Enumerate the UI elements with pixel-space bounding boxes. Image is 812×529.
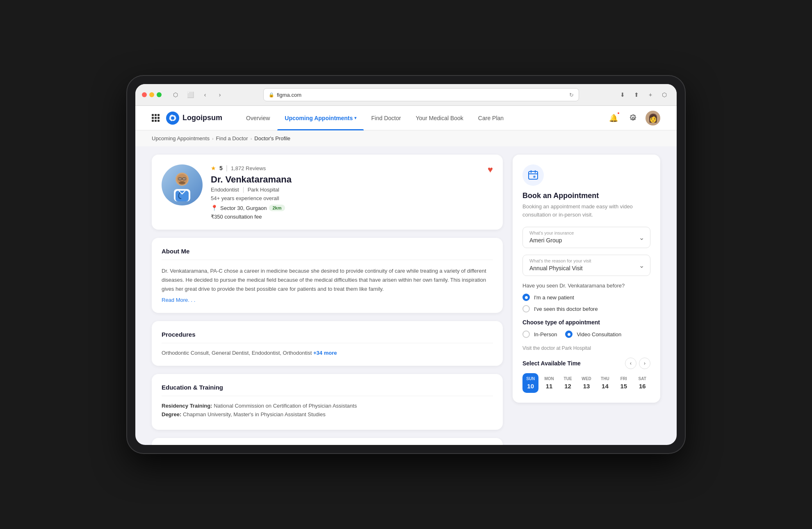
new-patient-option[interactable]: I'm a new patient [522, 294, 650, 301]
rating-number: 5 [219, 165, 223, 171]
existing-patient-radio[interactable] [522, 305, 530, 312]
insurance-label: What's your insurance [523, 227, 650, 235]
back-button[interactable]: ⬡ [170, 89, 181, 100]
doctor-hospital: Park Hospital [248, 187, 279, 193]
more-badge[interactable]: +34 more [313, 350, 337, 356]
breadcrumb-find-doctor[interactable]: Find a Doctor [216, 135, 248, 141]
nav-right: 🔔 👩 [606, 111, 660, 125]
day-wed[interactable]: WED 13 [578, 373, 594, 393]
day-tue[interactable]: TUE 12 [560, 373, 576, 393]
insurance-select[interactable]: What's your insurance Ameri Group ⌄ [522, 227, 650, 248]
download-button[interactable]: ⬇ [617, 89, 628, 100]
prev-week-button[interactable]: ‹ [625, 358, 636, 369]
doctor-meta: Endodontist Park Hospital [211, 187, 479, 193]
close-button[interactable] [142, 92, 147, 97]
new-tab-button[interactable]: + [645, 89, 656, 100]
minimize-button[interactable] [149, 92, 154, 97]
visit-reason-label: What's the reason for your visit [523, 255, 650, 263]
calendar-icon [528, 170, 538, 180]
browser-right-actions: ⬇ ⬆ + ⬡ [617, 89, 670, 100]
video-radio[interactable] [565, 331, 573, 338]
logo-text: Logoipsum [182, 114, 222, 122]
doctor-image [166, 169, 198, 201]
day-sat[interactable]: SAT 16 [634, 373, 650, 393]
appointment-type-section: Choose type of appointment In-Person Vid… [522, 319, 650, 351]
share-button[interactable]: ⬆ [631, 89, 642, 100]
right-column: Book an Appointment Booking an appointme… [513, 155, 660, 437]
existing-patient-option[interactable]: I've seen this doctor before [522, 305, 650, 312]
in-person-radio[interactable] [522, 331, 530, 338]
video-label: Video Consultation [577, 331, 621, 337]
about-title: About Me [162, 248, 493, 260]
next-week-button[interactable]: › [639, 358, 650, 369]
bell-icon: 🔔 [609, 114, 618, 123]
rating-reviews: 1,872 Reviews [231, 165, 266, 171]
location-text: Sector 30, Gurgaon [220, 205, 267, 211]
grid-icon[interactable] [152, 114, 160, 122]
nav-item-find-doctor[interactable]: Find Doctor [364, 106, 408, 130]
maximize-button[interactable] [157, 92, 162, 97]
rating-row: ★ 5 | 1,872 Reviews [211, 164, 479, 172]
day-sun[interactable]: SUN 10 [522, 373, 538, 393]
favorite-button[interactable]: ♥ [488, 164, 493, 175]
doctor-specialty: Endodontist [211, 187, 239, 193]
day-fri[interactable]: FRI 15 [616, 373, 632, 393]
about-card: About Me Dr. Venkataramana, PA-C chose a… [152, 238, 503, 313]
doctor-experience: 54+ years experience overall [211, 195, 479, 201]
breadcrumb: Upcoming Appointments › Find a Doctor › … [135, 130, 677, 146]
booking-icon-wrap [522, 164, 544, 186]
back-nav-button[interactable]: ‹ [199, 89, 211, 100]
logo[interactable]: Logoipsum [166, 112, 222, 125]
video-option[interactable]: Video Consultation [565, 331, 621, 338]
read-more-button[interactable]: Read More. . . [162, 297, 493, 303]
nav-item-medical-book[interactable]: Your Medical Book [408, 106, 471, 130]
traffic-lights [142, 92, 162, 97]
service-location-card: Service Location [152, 438, 503, 445]
day-mon[interactable]: MON 11 [541, 373, 557, 393]
new-patient-radio[interactable] [522, 294, 530, 301]
main-nav: Overview Upcoming Appointments ▾ Find Do… [239, 106, 606, 130]
education-item-1: Residency Training: National Commission … [162, 403, 493, 409]
breadcrumb-profile: Doctor's Profile [254, 135, 290, 141]
notification-button[interactable]: 🔔 [606, 111, 621, 125]
days-row: SUN 10 MON 11 TUE 12 WED [522, 373, 650, 393]
visit-reason-chevron-icon: ⌄ [639, 262, 644, 269]
education-title: Education & Training [162, 384, 493, 396]
logo-icon [166, 112, 179, 125]
forward-nav-button[interactable]: › [214, 89, 226, 100]
nav-item-overview[interactable]: Overview [239, 106, 277, 130]
procedures-card: Procedures Orthodontic Consult, General … [152, 321, 503, 366]
nav-item-upcoming[interactable]: Upcoming Appointments ▾ [277, 106, 364, 130]
address-bar[interactable]: 🔒 figma.com ↻ [263, 88, 579, 101]
breadcrumb-upcoming[interactable]: Upcoming Appointments [152, 135, 210, 141]
doctor-avatar [162, 164, 203, 205]
day-thu[interactable]: THU 14 [597, 373, 613, 393]
education-card: Education & Training Residency Training:… [152, 374, 503, 430]
visit-reason-value: Annual Physical Visit [523, 263, 650, 276]
new-patient-label: I'm a new patient [534, 294, 574, 301]
tabs-button[interactable]: ⬡ [659, 89, 670, 100]
settings-button[interactable] [626, 111, 641, 125]
doctor-location: 📍 Sector 30, Gurgaon 2km [211, 205, 479, 211]
procedures-list: Orthodontic Consult, General Dentist, En… [162, 350, 493, 356]
app-nav: Logoipsum Overview Upcoming Appointments… [135, 106, 677, 130]
left-column: ★ 5 | 1,872 Reviews Dr. Venkataramana En… [152, 155, 503, 437]
avatar[interactable]: 👩 [645, 111, 660, 125]
time-nav-arrows: ‹ › [625, 358, 650, 369]
visit-reason-select[interactable]: What's the reason for your visit Annual … [522, 255, 650, 276]
in-person-option[interactable]: In-Person [522, 331, 557, 338]
browser-nav-actions: ⬡ ⬜ ‹ › [170, 89, 226, 100]
breadcrumb-sep-1: › [212, 136, 214, 141]
nav-item-care-plan[interactable]: Care Plan [471, 106, 511, 130]
svg-rect-9 [178, 178, 182, 180]
appointment-type-options: In-Person Video Consultation [522, 331, 650, 342]
booking-subtitle: Booking an appointment made easy with vi… [522, 203, 650, 219]
appointment-type-title: Choose type of appointment [522, 319, 650, 326]
svg-rect-12 [529, 171, 538, 179]
doctor-name: Dr. Venkataramana [211, 174, 479, 185]
sidebar-toggle-button[interactable]: ⬜ [185, 89, 196, 100]
gear-icon [629, 114, 637, 122]
procedures-title: Procedures [162, 331, 493, 343]
chevron-down-icon: ▾ [354, 116, 356, 120]
device-frame: ⬡ ⬜ ‹ › 🔒 figma.com ↻ ⬇ ⬆ + ⬡ [127, 76, 685, 453]
